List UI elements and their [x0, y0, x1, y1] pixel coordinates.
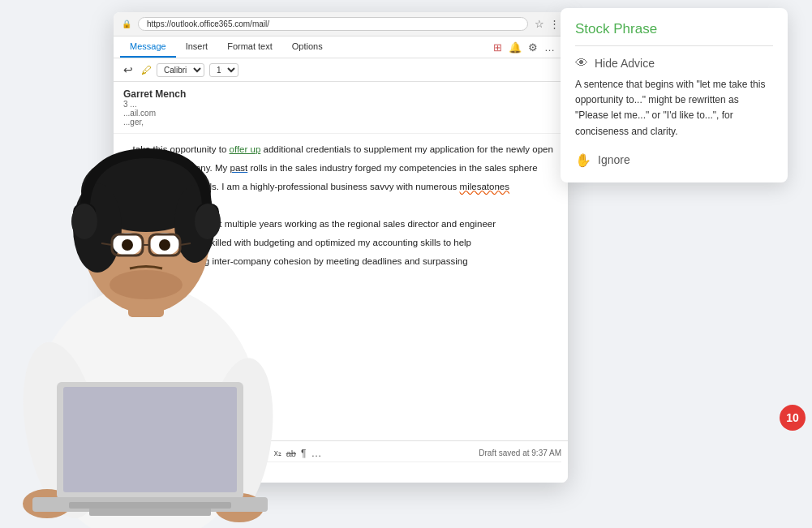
star-icon[interactable]: ☆ — [535, 18, 544, 30]
laptop — [24, 366, 276, 528]
laptop-svg — [24, 366, 276, 528]
more-formatting-icon[interactable]: … — [311, 447, 321, 459]
menu-icon[interactable]: ⋮ — [549, 18, 560, 30]
outlook-profile-icon[interactable]: 🔔 — [509, 41, 522, 54]
outlook-icon1[interactable]: ⊞ — [493, 41, 502, 54]
svg-point-17 — [122, 239, 133, 251]
popup-title: Stock Phrase — [575, 21, 773, 46]
hide-advice-label: Hide Advice — [595, 57, 655, 70]
milesatones-highlight: milesatones — [460, 182, 509, 191]
svg-rect-27 — [89, 508, 211, 516]
eye-icon: 👁 — [575, 56, 588, 71]
browser-actions: ☆ ⋮ — [535, 18, 560, 30]
hide-advice-header[interactable]: 👁 Hide Advice — [575, 56, 773, 71]
svg-point-19 — [110, 270, 183, 299]
svg-point-9 — [195, 204, 221, 239]
svg-point-8 — [71, 204, 97, 239]
hand-icon: ✋ — [575, 152, 591, 168]
svg-rect-25 — [63, 387, 237, 492]
hide-advice-section: 👁 Hide Advice A sentence that begins wit… — [575, 56, 773, 140]
outlook-more-icon[interactable]: … — [544, 41, 555, 54]
svg-point-18 — [159, 239, 170, 251]
svg-rect-28 — [69, 502, 231, 509]
paragraph-icon[interactable]: ¶ — [301, 448, 306, 459]
popup-advice-text: A sentence that begins with "let me take… — [575, 77, 773, 140]
outlook-settings-icon[interactable]: ⚙ — [528, 41, 538, 54]
badge-count: 10 — [786, 411, 799, 424]
notification-badge: 10 — [780, 405, 806, 431]
stock-phrase-popup: Stock Phrase 👁 Hide Advice A sentence th… — [561, 8, 788, 182]
ignore-label: Ignore — [598, 153, 630, 166]
ignore-row[interactable]: ✋ Ignore — [575, 152, 773, 168]
draft-saved-text: Draft saved at 9:37 AM — [479, 449, 561, 457]
